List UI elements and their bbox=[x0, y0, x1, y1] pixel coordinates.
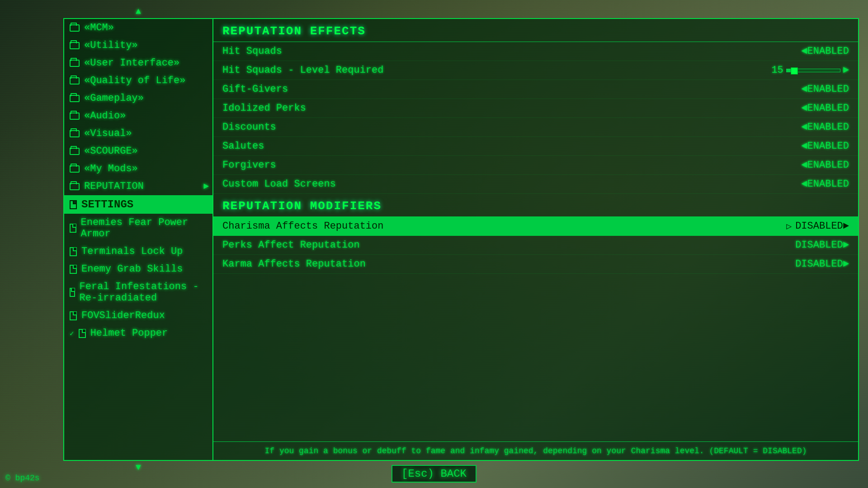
sidebar-label-mcm: «MCM» bbox=[84, 22, 114, 33]
sidebar-item-mcm[interactable]: «MCM» bbox=[64, 19, 212, 37]
section-header-reputation-effects: REPUTATION EFFECTS bbox=[213, 19, 858, 42]
sidebar-label-audio: «Audio» bbox=[84, 110, 126, 122]
row-label-custom-load: Custom Load Screens bbox=[222, 178, 801, 190]
back-button[interactable]: [Esc) BACK bbox=[392, 465, 476, 483]
settings-file-icon bbox=[70, 200, 77, 209]
row-value-custom-load: ◄ENABLED bbox=[801, 178, 849, 190]
folder-icon bbox=[70, 130, 80, 137]
file-icon bbox=[79, 329, 86, 338]
row-label-perks-rep: Perks Affect Reputation bbox=[222, 239, 795, 251]
sidebar-item-settings[interactable]: SETTINGS bbox=[64, 195, 212, 214]
folder-icon bbox=[70, 148, 80, 155]
row-label-hit-squads-level: Hit Squads - Level Required bbox=[222, 65, 771, 76]
ui-container: ▲ «MCM» «Utility» «User Interface» «Qual… bbox=[63, 18, 859, 461]
row-label-charisma-rep: Charisma Affects Reputation bbox=[222, 221, 783, 232]
sidebar-label-ui: «User Interface» bbox=[84, 57, 179, 69]
sidebar-label-gameplay: «Gameplay» bbox=[84, 93, 144, 104]
row-gift-givers[interactable]: Gift-Givers ◄ENABLED bbox=[213, 80, 858, 99]
sidebar-item-enemy-grab[interactable]: Enemy Grab Skills bbox=[64, 260, 212, 278]
sidebar-item-audio[interactable]: «Audio» bbox=[64, 107, 212, 125]
section-header-reputation-modifiers: REPUTATION MODIFIERS bbox=[213, 194, 858, 217]
file-icon bbox=[70, 247, 77, 256]
sidebar-item-ui[interactable]: «User Interface» bbox=[64, 54, 212, 72]
row-hit-squads[interactable]: Hit Squads ◄ENABLED bbox=[213, 42, 858, 61]
folder-icon bbox=[70, 165, 80, 173]
sidebar-item-qol[interactable]: «Quality of Life» bbox=[64, 72, 212, 89]
sidebar-item-scourge[interactable]: «SCOURGE» bbox=[64, 142, 212, 160]
sidebar-label-visual: «Visual» bbox=[84, 128, 132, 139]
sidebar-label-reputation: REPUTATION bbox=[84, 181, 144, 192]
row-value-salutes: ◄ENABLED bbox=[801, 141, 849, 152]
row-label-hit-squads: Hit Squads bbox=[222, 46, 801, 57]
row-perks-rep[interactable]: Perks Affect Reputation DISABLED► bbox=[213, 236, 858, 255]
folder-icon bbox=[70, 77, 80, 84]
folder-icon bbox=[70, 60, 80, 67]
copyright-text: © bp42s bbox=[5, 474, 40, 483]
file-icon bbox=[70, 224, 76, 233]
sidebar-item-utility[interactable]: «Utility» bbox=[64, 37, 212, 54]
row-hit-squads-level[interactable]: Hit Squads - Level Required 15 ► bbox=[213, 61, 858, 80]
expand-arrow-icon: ► bbox=[203, 181, 209, 192]
sidebar-label-feral: Feral Infestations - Re-irradiated bbox=[80, 281, 207, 304]
row-label-gift-givers: Gift-Givers bbox=[222, 84, 801, 95]
sidebar-item-reputation[interactable]: REPUTATION ► bbox=[64, 178, 212, 195]
sidebar-item-fov[interactable]: FOVSliderRedux bbox=[64, 307, 212, 324]
sidebar-item-visual[interactable]: «Visual» bbox=[64, 125, 212, 142]
slider-container bbox=[786, 69, 840, 72]
row-salutes[interactable]: Salutes ◄ENABLED bbox=[213, 137, 858, 156]
file-icon bbox=[70, 311, 77, 320]
row-value-hit-squads: ◄ENABLED bbox=[801, 46, 849, 57]
row-label-idolized-perks: Idolized Perks bbox=[222, 103, 801, 114]
folder-icon bbox=[70, 183, 80, 190]
slider-track[interactable] bbox=[786, 69, 840, 72]
file-icon bbox=[70, 288, 75, 297]
sidebar-item-my-mods[interactable]: «My Mods» bbox=[64, 160, 212, 178]
folder-icon bbox=[70, 42, 80, 49]
sidebar-label-settings: SETTINGS bbox=[81, 198, 133, 211]
sidebar-label-qol: «Quality of Life» bbox=[84, 75, 185, 86]
folder-icon bbox=[70, 24, 80, 32]
sidebar-scroll-down-icon[interactable]: ▼ bbox=[136, 462, 141, 473]
sidebar-item-helmet[interactable]: ✓ Helmet Popper bbox=[64, 324, 212, 342]
sidebar-label-my-mods: «My Mods» bbox=[84, 163, 138, 174]
cursor-icon: ▷ bbox=[786, 221, 792, 232]
row-value-perks-rep: DISABLED► bbox=[795, 239, 849, 251]
folder-icon bbox=[70, 95, 80, 102]
checkmark-icon: ✓ bbox=[70, 329, 74, 338]
row-label-discounts: Discounts bbox=[222, 122, 801, 133]
row-charisma-rep[interactable]: Charisma Affects Reputation ▷ DISABLED► bbox=[213, 217, 858, 236]
row-value-discounts: ◄ENABLED bbox=[801, 122, 849, 133]
row-value-karma-rep: DISABLED► bbox=[795, 258, 849, 270]
row-value-idolized-perks: ◄ENABLED bbox=[801, 103, 849, 114]
sidebar-item-terminals-lock[interactable]: Terminals Lock Up bbox=[64, 243, 212, 260]
file-icon bbox=[70, 265, 77, 274]
row-karma-rep[interactable]: Karma Affects Reputation DISABLED► bbox=[213, 255, 858, 274]
sidebar-label-utility: «Utility» bbox=[84, 40, 138, 51]
arrow-right-icon: ► bbox=[843, 65, 849, 76]
slider-fill bbox=[787, 69, 791, 72]
sidebar-scroll-up-icon[interactable]: ▲ bbox=[136, 6, 141, 17]
sidebar-item-feral[interactable]: Feral Infestations - Re-irradiated bbox=[64, 278, 212, 307]
slider-thumb bbox=[791, 67, 798, 75]
sidebar-label-enemies-fear: Enemies Fear Power Armor bbox=[81, 217, 207, 239]
row-custom-load[interactable]: Custom Load Screens ◄ENABLED bbox=[213, 175, 858, 194]
slider-number: 15 bbox=[771, 65, 783, 76]
sidebar-label-fov: FOVSliderRedux bbox=[81, 310, 165, 321]
row-value-charisma-rep: DISABLED► bbox=[795, 221, 849, 232]
row-idolized-perks[interactable]: Idolized Perks ◄ENABLED bbox=[213, 99, 858, 118]
footer-description: If you gain a bonus or debuff to fame an… bbox=[213, 441, 858, 460]
sidebar-item-gameplay[interactable]: «Gameplay» bbox=[64, 89, 212, 107]
folder-icon bbox=[70, 113, 80, 120]
row-forgivers[interactable]: Forgivers ◄ENABLED bbox=[213, 156, 858, 175]
row-value-hit-squads-level: 15 ► bbox=[771, 65, 849, 76]
main-content: ▲ REPUTATION EFFECTS Hit Squads ◄ENABLED… bbox=[212, 18, 859, 461]
row-value-forgivers: ◄ENABLED bbox=[801, 160, 849, 171]
row-discounts[interactable]: Discounts ◄ENABLED bbox=[213, 118, 858, 137]
row-value-gift-givers: ◄ENABLED bbox=[801, 84, 849, 95]
sidebar-label-terminals-lock: Terminals Lock Up bbox=[81, 246, 183, 257]
row-label-salutes: Salutes bbox=[222, 141, 801, 152]
sidebar-label-enemy-grab: Enemy Grab Skills bbox=[81, 263, 183, 275]
sidebar-label-helmet: Helmet Popper bbox=[90, 328, 168, 339]
sidebar-item-enemies-fear[interactable]: Enemies Fear Power Armor bbox=[64, 214, 212, 243]
sidebar-label-scourge: «SCOURGE» bbox=[84, 145, 138, 157]
